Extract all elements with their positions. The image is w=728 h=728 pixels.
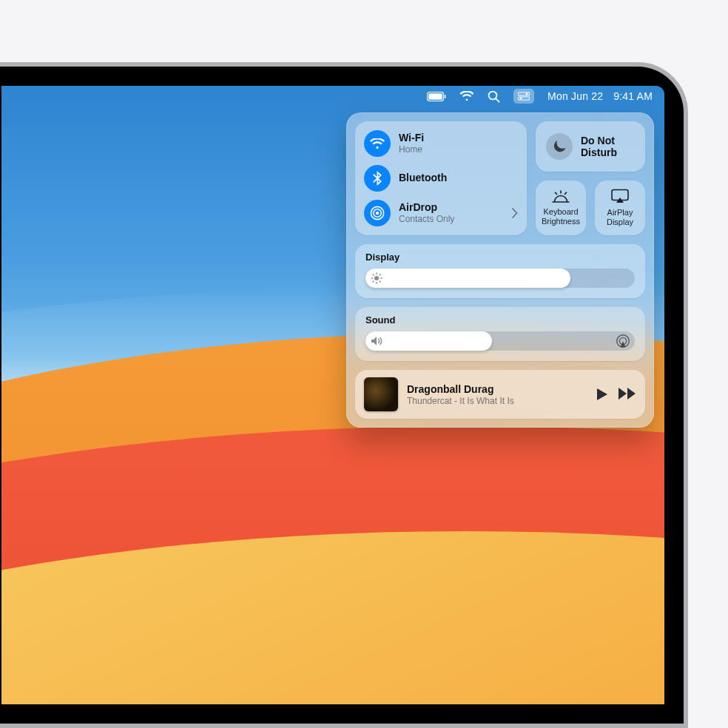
album-art: [364, 377, 398, 411]
sound-volume-slider[interactable]: [365, 331, 635, 351]
battery-icon[interactable]: [427, 92, 446, 101]
laptop-bezel: Mon Jun 22 9:41 AM Wi-Fi: [0, 67, 684, 724]
airplay-label: AirPlay Display: [607, 208, 633, 226]
keyboard-brightness-label: Keyboard Brightness: [542, 207, 580, 226]
svg-line-18: [373, 274, 374, 275]
screen: Mon Jun 22 9:41 AM Wi-Fi: [1, 86, 664, 704]
wifi-toggle[interactable]: Wi-Fi Home: [364, 130, 519, 157]
keyboard-brightness-button[interactable]: Keyboard Brightness: [536, 181, 586, 235]
menubar-date: Mon Jun 22: [547, 90, 603, 102]
airdrop-label: AirDrop: [399, 202, 454, 213]
wifi-label: Wi-Fi: [399, 132, 424, 144]
svg-line-20: [380, 274, 380, 275]
airdrop-sublabel: Contacts Only: [399, 215, 454, 224]
track-artist: Thundercat - It Is What It Is: [407, 396, 587, 406]
svg-point-8: [520, 98, 522, 100]
svg-point-6: [526, 93, 528, 95]
airdrop-icon: [364, 200, 391, 226]
track-title: Dragonball Durag: [407, 383, 587, 395]
laptop-frame: Mon Jun 22 9:41 AM Wi-Fi: [0, 62, 688, 728]
sun-icon: [371, 272, 382, 284]
next-track-button[interactable]: [619, 388, 636, 401]
display-tile: Display: [355, 244, 645, 298]
chevron-right-icon[interactable]: [512, 208, 519, 218]
airdrop-toggle[interactable]: AirDrop Contacts Only: [364, 200, 519, 226]
search-icon[interactable]: [488, 90, 500, 103]
speaker-icon: [371, 336, 384, 346]
svg-point-9: [376, 212, 379, 215]
play-button[interactable]: [596, 388, 608, 401]
svg-line-19: [380, 281, 380, 282]
bluetooth-label: Bluetooth: [399, 172, 447, 183]
bluetooth-icon: [364, 165, 391, 192]
svg-line-4: [496, 98, 499, 101]
wifi-icon: [364, 130, 391, 157]
wifi-icon[interactable]: [459, 91, 474, 101]
display-label: Display: [365, 252, 635, 263]
svg-rect-7: [518, 97, 530, 100]
svg-rect-2: [445, 95, 446, 98]
display-brightness-slider[interactable]: [365, 269, 635, 288]
airplay-audio-icon[interactable]: [616, 334, 630, 348]
svg-point-13: [374, 276, 379, 280]
svg-line-21: [373, 281, 374, 282]
svg-rect-5: [518, 92, 530, 95]
sound-tile: Sound: [355, 307, 645, 361]
control-center-panel: Wi-Fi Home Bluetooth: [346, 112, 654, 428]
bluetooth-toggle[interactable]: Bluetooth: [364, 165, 519, 192]
menubar-datetime[interactable]: Mon Jun 22 9:41 AM: [547, 90, 653, 102]
wifi-sublabel: Home: [399, 145, 424, 155]
menubar-time: 9:41 AM: [613, 90, 653, 102]
now-playing-tile[interactable]: Dragonball Durag Thundercat - It Is What…: [355, 370, 645, 419]
dnd-label: Do Not Disturb: [581, 135, 617, 158]
control-center-menubar-button[interactable]: [513, 89, 534, 104]
airplay-display-button[interactable]: AirPlay Display: [595, 181, 645, 235]
keyboard-brightness-icon: [551, 189, 570, 203]
menu-bar: Mon Jun 22 9:41 AM: [1, 86, 664, 107]
sound-label: Sound: [365, 314, 635, 326]
connectivity-tile: Wi-Fi Home Bluetooth: [355, 121, 527, 235]
airplay-icon: [610, 189, 630, 203]
svg-rect-1: [428, 93, 442, 100]
do-not-disturb-toggle[interactable]: Do Not Disturb: [536, 121, 645, 172]
moon-icon: [546, 133, 573, 160]
